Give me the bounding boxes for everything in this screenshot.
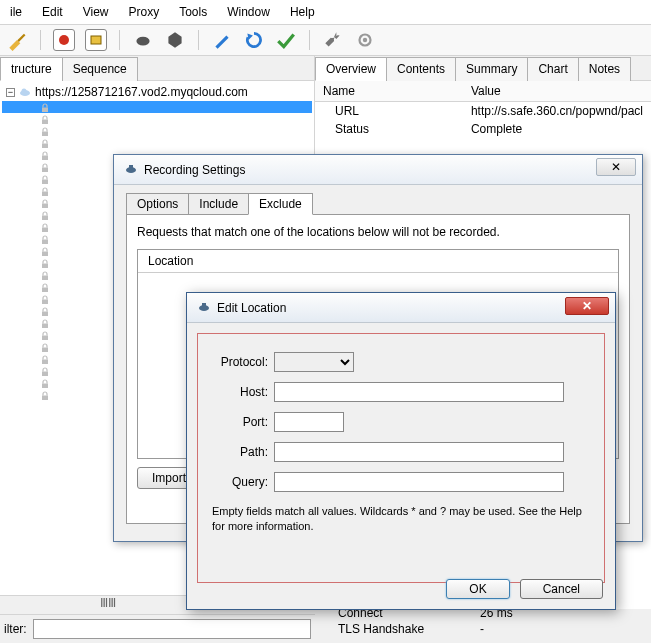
svg-line-0 — [18, 35, 25, 42]
menu-tools[interactable]: Tools — [169, 2, 217, 22]
edit-location-dialog: Edit Location ✕ Protocol: Host: Port: Pa… — [186, 292, 616, 610]
port-input[interactable] — [274, 412, 344, 432]
overview-table: Name Value URL http://s.safe.360.cn/popw… — [315, 81, 651, 138]
lock-icon — [40, 282, 50, 292]
protocol-select[interactable] — [274, 352, 354, 372]
svg-rect-2 — [91, 36, 101, 44]
menu-proxy[interactable]: Proxy — [119, 2, 170, 22]
dialog-title: Recording Settings — [144, 163, 245, 177]
svg-rect-22 — [42, 252, 48, 257]
location-form: Protocol: Host: Port: Path: Query: Empty… — [197, 333, 605, 583]
tab-chart[interactable]: Chart — [527, 57, 578, 81]
exclude-description: Requests that match one of the locations… — [137, 225, 619, 239]
svg-point-1 — [59, 35, 69, 45]
lock-icon — [40, 270, 50, 280]
broom-icon[interactable] — [6, 29, 28, 51]
tab-overview[interactable]: Overview — [315, 57, 387, 81]
lock-icon — [40, 306, 50, 316]
close-button[interactable]: ✕ — [565, 297, 609, 315]
lock-icon — [40, 330, 50, 340]
wrench-icon[interactable] — [322, 29, 344, 51]
close-icon: ✕ — [582, 299, 592, 313]
tab-include[interactable]: Include — [188, 193, 249, 215]
close-button[interactable]: ✕ — [596, 158, 636, 176]
lock-icon — [40, 258, 50, 268]
minus-icon[interactable]: − — [6, 88, 15, 97]
tree-item[interactable] — [2, 125, 312, 137]
cancel-button[interactable]: Cancel — [520, 579, 603, 599]
lock-icon — [40, 378, 50, 388]
settings-tabs: Options Include Exclude — [126, 193, 630, 215]
svg-point-7 — [363, 38, 367, 42]
query-input[interactable] — [274, 472, 564, 492]
lock-icon — [40, 222, 50, 232]
lock-icon — [40, 390, 50, 400]
toolbar — [0, 25, 651, 56]
svg-rect-36 — [129, 165, 133, 168]
svg-rect-16 — [42, 180, 48, 185]
col-value[interactable]: Value — [463, 81, 651, 102]
tab-contents[interactable]: Contents — [386, 57, 456, 81]
tab-sequence[interactable]: Sequence — [62, 57, 138, 81]
dialog-titlebar[interactable]: Edit Location ✕ — [187, 293, 615, 323]
tab-structure[interactable]: tructure — [0, 57, 63, 81]
right-tabs: Overview Contents Summary Chart Notes — [315, 56, 651, 81]
svg-rect-26 — [42, 300, 48, 305]
svg-rect-27 — [42, 312, 48, 317]
lock-icon — [40, 234, 50, 244]
lock-icon — [40, 210, 50, 220]
tree-item[interactable] — [2, 113, 312, 125]
menu-file[interactable]: ile — [0, 2, 32, 22]
svg-rect-34 — [42, 396, 48, 401]
tab-notes[interactable]: Notes — [578, 57, 631, 81]
table-row[interactable]: URL http://s.safe.360.cn/popwnd/pacl — [315, 102, 651, 121]
gear-icon[interactable] — [354, 29, 376, 51]
filter-label: ilter: — [4, 622, 27, 636]
lock-icon — [40, 138, 50, 148]
teapot-icon — [124, 161, 138, 178]
pen-icon[interactable] — [211, 29, 233, 51]
refresh-icon[interactable] — [243, 29, 265, 51]
tab-exclude[interactable]: Exclude — [248, 193, 313, 215]
row-url-value: http://s.safe.360.cn/popwnd/pacl — [463, 102, 651, 121]
row-status-value: Complete — [463, 120, 651, 138]
tree-item[interactable] — [2, 137, 312, 149]
menu-help[interactable]: Help — [280, 2, 325, 22]
cloud-icon — [19, 86, 31, 98]
svg-rect-29 — [42, 336, 48, 341]
svg-rect-14 — [42, 156, 48, 161]
tree-root[interactable]: − https://1258712167.vod2.myqcloud.com — [2, 83, 312, 101]
filter-input[interactable] — [33, 619, 311, 639]
stop-icon[interactable] — [85, 29, 107, 51]
row-status-name: Status — [315, 120, 463, 138]
svg-point-9 — [22, 89, 27, 94]
table-row[interactable]: Status Complete — [315, 120, 651, 138]
record-icon[interactable] — [53, 29, 75, 51]
svg-rect-28 — [42, 324, 48, 329]
lock-icon — [40, 174, 50, 184]
dialog-titlebar[interactable]: Recording Settings ✕ — [114, 155, 642, 185]
svg-rect-30 — [42, 348, 48, 353]
lock-icon — [40, 246, 50, 256]
check-icon[interactable] — [275, 29, 297, 51]
lock-icon — [40, 162, 50, 172]
svg-rect-20 — [42, 228, 48, 233]
svg-rect-11 — [42, 120, 48, 125]
ok-button[interactable]: OK — [446, 579, 509, 599]
turtle-icon[interactable] — [132, 29, 154, 51]
host-input[interactable] — [274, 382, 564, 402]
location-column[interactable]: Location — [138, 250, 618, 273]
menu-bar: ile Edit View Proxy Tools Window Help — [0, 0, 651, 25]
svg-rect-15 — [42, 168, 48, 173]
menu-window[interactable]: Window — [217, 2, 280, 22]
tab-options[interactable]: Options — [126, 193, 189, 215]
tab-summary[interactable]: Summary — [455, 57, 528, 81]
lock-icon — [40, 186, 50, 196]
path-input[interactable] — [274, 442, 564, 462]
menu-edit[interactable]: Edit — [32, 2, 73, 22]
tree-item[interactable] — [2, 101, 312, 113]
col-name[interactable]: Name — [315, 81, 463, 102]
hexagon-icon[interactable] — [164, 29, 186, 51]
menu-view[interactable]: View — [73, 2, 119, 22]
lock-icon — [40, 318, 50, 328]
